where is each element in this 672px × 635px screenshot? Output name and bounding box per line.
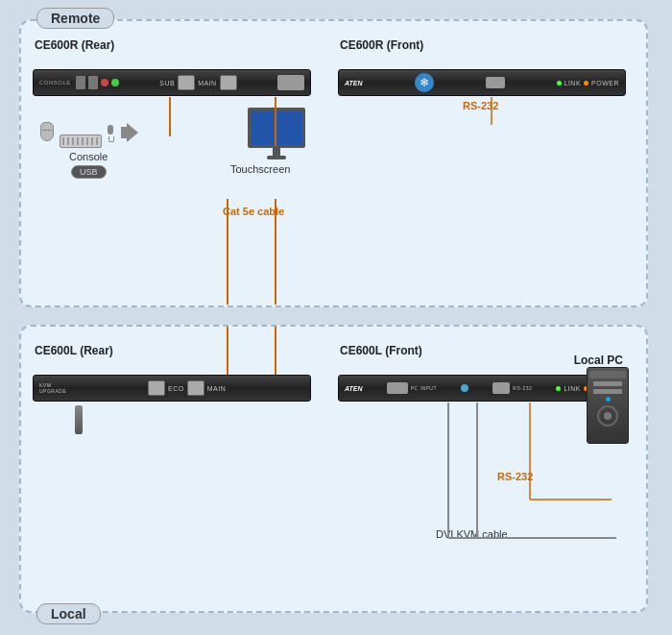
pc-fan-center	[604, 412, 612, 420]
link-label: LINK	[564, 80, 582, 86]
snowflake-button[interactable]: ❄	[415, 73, 434, 92]
pc-led	[606, 397, 611, 402]
speaker-icon	[121, 123, 142, 142]
pc-disk-1	[593, 381, 622, 386]
eco-label-local: ECO	[168, 385, 184, 392]
mic-icon	[106, 125, 115, 142]
audio-port-local	[461, 384, 468, 392]
mouse-icon	[40, 122, 54, 141]
aten-logo-local: ATEN	[345, 385, 363, 392]
usb-port-2	[88, 76, 98, 89]
speaker-icon-wrapper	[121, 123, 142, 142]
rs232-label-local: RS-232	[497, 471, 533, 482]
usb-badge: USB	[71, 165, 107, 179]
aten-logo-remote: ATEN	[345, 80, 363, 86]
audio-port-green	[111, 79, 119, 86]
link-label-local: LINK	[564, 385, 581, 392]
dvi-port-local	[387, 382, 408, 394]
pc-input-label: PC INPUT	[411, 385, 437, 391]
rs232-label-remote: RS-232	[463, 100, 498, 111]
kvm-label: KVMUPGRADE	[39, 382, 66, 394]
mouse-icon-wrapper	[40, 122, 54, 141]
local-pc-label: Local PC	[574, 354, 623, 367]
ce600r-front-label: CE600R (Front)	[340, 38, 423, 52]
remote-connection-lines	[21, 21, 646, 305]
ce600l-front-label: CE600L (Front)	[340, 344, 422, 357]
remote-label: Remote	[36, 8, 114, 29]
ce600l-rear-panel: KVMUPGRADE ECO MAIN	[33, 375, 311, 402]
ce600r-rear-label: CE600R (Rear)	[35, 38, 114, 52]
monitor-screen	[248, 108, 305, 148]
main-container: Remote CE600R (Rear) CONSOLE SUB MAIN CE…	[10, 10, 662, 625]
pc-disk-2	[593, 389, 622, 394]
dvi-port	[277, 75, 304, 90]
link-led-remote	[557, 81, 562, 85]
rs232-port-local	[492, 382, 510, 394]
rj45-eco-local	[148, 380, 165, 396]
keyboard-icon-wrapper	[60, 134, 102, 148]
rj45-main-local	[187, 380, 204, 396]
ce600l-front-panel: ATEN PC INPUT RS-232 LINK POWER	[338, 375, 626, 402]
console-label: Console	[69, 151, 108, 162]
ce600r-rear-panel: CONSOLE SUB MAIN	[33, 69, 311, 96]
monitor-stand	[273, 148, 280, 156]
main-label-local: MAIN	[207, 385, 227, 392]
usb-port-1	[76, 76, 85, 89]
audio-port-red	[101, 79, 108, 86]
local-section: Local CE600L (Rear) KVMUPGRADE ECO MAIN …	[19, 325, 648, 613]
ce600l-rear-label: CE600L (Rear)	[35, 344, 113, 357]
power-led-remote	[584, 81, 588, 85]
remote-section: Remote CE600R (Rear) CONSOLE SUB MAIN CE…	[19, 19, 648, 307]
rs232-port-remote	[486, 77, 505, 88]
link-led-local	[556, 386, 561, 391]
rj45-eco-port	[178, 75, 195, 90]
cat5e-label: Cat 5e cable	[223, 206, 284, 217]
touchscreen-monitor	[242, 108, 311, 159]
monitor-base	[267, 156, 286, 159]
pc-tower	[587, 367, 629, 444]
pc-tower-top	[589, 371, 626, 379]
keyboard-icon	[60, 134, 102, 148]
rs232-port-label: RS-232	[513, 385, 532, 391]
rj45-main-port	[220, 75, 237, 90]
local-label: Local	[36, 603, 101, 624]
ce600r-front-panel: ATEN ❄ LINK POWER	[338, 69, 626, 96]
sub-label: SUB	[159, 80, 175, 86]
console-port-label: CONSOLE	[39, 80, 71, 85]
mic-icon-wrapper	[106, 125, 115, 142]
main-label: MAIN	[198, 80, 217, 86]
power-label: POWER	[591, 80, 619, 86]
local-connection-lines	[21, 327, 646, 611]
touchscreen-label: Touchscreen	[230, 163, 290, 175]
dvi-kvm-label: DVI KVM cable	[436, 528, 508, 540]
dongle-icon	[75, 405, 83, 434]
pc-fan	[597, 405, 618, 427]
